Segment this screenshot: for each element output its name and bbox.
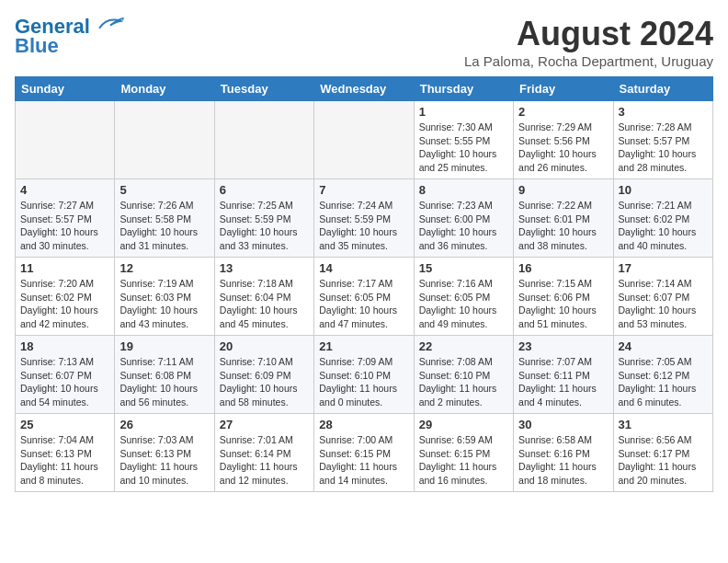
day-info: Sunrise: 7:10 AMSunset: 6:09 PMDaylight:… — [220, 355, 309, 409]
day-info: Sunrise: 7:04 AMSunset: 6:13 PMDaylight:… — [20, 433, 109, 488]
day-number: 13 — [220, 261, 309, 275]
day-number: 29 — [419, 418, 508, 431]
header: General Blue August 2024 La Paloma, Roch… — [15, 15, 713, 69]
calendar-table: SundayMondayTuesdayWednesdayThursdayFrid… — [15, 76, 713, 492]
day-number: 11 — [20, 261, 109, 275]
day-header-sunday: Sunday — [16, 77, 115, 101]
day-info: Sunrise: 7:20 AMSunset: 6:02 PMDaylight:… — [20, 277, 109, 331]
calendar-cell: 11Sunrise: 7:20 AMSunset: 6:02 PMDayligh… — [16, 258, 115, 336]
day-header-tuesday: Tuesday — [214, 77, 313, 101]
day-header-wednesday: Wednesday — [314, 77, 414, 101]
calendar-cell: 28Sunrise: 7:00 AMSunset: 6:15 PMDayligh… — [314, 414, 414, 492]
day-info: Sunrise: 7:27 AMSunset: 5:57 PMDaylight:… — [20, 199, 109, 253]
day-number: 1 — [419, 105, 508, 119]
calendar-cell: 5Sunrise: 7:26 AMSunset: 5:58 PMDaylight… — [115, 179, 214, 258]
calendar-week-row: 4Sunrise: 7:27 AMSunset: 5:57 PMDaylight… — [16, 179, 713, 258]
calendar-cell: 25Sunrise: 7:04 AMSunset: 6:13 PMDayligh… — [16, 414, 115, 492]
day-info: Sunrise: 6:59 AMSunset: 6:15 PMDaylight:… — [419, 433, 508, 488]
day-info: Sunrise: 7:24 AMSunset: 5:59 PMDaylight:… — [319, 199, 408, 253]
day-info: Sunrise: 7:22 AMSunset: 6:01 PMDaylight:… — [518, 199, 608, 253]
calendar-cell: 3Sunrise: 7:28 AMSunset: 5:57 PMDaylight… — [613, 101, 712, 179]
calendar-week-row: 1Sunrise: 7:30 AMSunset: 5:55 PMDaylight… — [16, 101, 713, 179]
day-number: 25 — [20, 418, 109, 431]
calendar-cell: 30Sunrise: 6:58 AMSunset: 6:16 PMDayligh… — [514, 414, 613, 492]
day-number: 21 — [319, 339, 408, 353]
day-number: 15 — [419, 261, 508, 275]
calendar-cell: 29Sunrise: 6:59 AMSunset: 6:15 PMDayligh… — [414, 414, 513, 492]
day-header-saturday: Saturday — [613, 77, 712, 101]
calendar-cell: 8Sunrise: 7:23 AMSunset: 6:00 PMDaylight… — [414, 179, 513, 258]
day-number: 30 — [518, 418, 608, 431]
day-number: 17 — [619, 261, 708, 275]
day-header-friday: Friday — [514, 77, 613, 101]
calendar-cell: 26Sunrise: 7:03 AMSunset: 6:13 PMDayligh… — [115, 414, 214, 492]
title-area: August 2024 La Paloma, Rocha Department,… — [464, 15, 713, 69]
calendar-week-row: 11Sunrise: 7:20 AMSunset: 6:02 PMDayligh… — [16, 258, 713, 336]
day-number: 31 — [619, 418, 708, 431]
day-info: Sunrise: 7:09 AMSunset: 6:10 PMDaylight:… — [319, 355, 408, 409]
calendar-cell: 21Sunrise: 7:09 AMSunset: 6:10 PMDayligh… — [314, 336, 414, 414]
day-info: Sunrise: 7:03 AMSunset: 6:13 PMDaylight:… — [119, 433, 209, 488]
day-info: Sunrise: 7:19 AMSunset: 6:03 PMDaylight:… — [119, 277, 209, 331]
day-header-monday: Monday — [115, 77, 214, 101]
calendar-cell: 23Sunrise: 7:07 AMSunset: 6:11 PMDayligh… — [514, 336, 613, 414]
calendar-cell: 7Sunrise: 7:24 AMSunset: 5:59 PMDaylight… — [314, 179, 414, 258]
calendar-week-row: 18Sunrise: 7:13 AMSunset: 6:07 PMDayligh… — [16, 336, 713, 414]
day-number: 3 — [619, 105, 708, 119]
logo: General Blue — [15, 15, 125, 58]
day-info: Sunrise: 7:21 AMSunset: 6:02 PMDaylight:… — [619, 199, 708, 253]
calendar-cell: 14Sunrise: 7:17 AMSunset: 6:05 PMDayligh… — [314, 258, 414, 336]
day-info: Sunrise: 7:28 AMSunset: 5:57 PMDaylight:… — [619, 121, 708, 175]
day-number: 23 — [518, 339, 608, 353]
day-number: 18 — [20, 339, 109, 353]
calendar-cell — [115, 101, 214, 179]
calendar-cell: 2Sunrise: 7:29 AMSunset: 5:56 PMDaylight… — [514, 101, 613, 179]
day-header-thursday: Thursday — [414, 77, 513, 101]
logo-bird-icon — [96, 15, 125, 33]
calendar-cell: 12Sunrise: 7:19 AMSunset: 6:03 PMDayligh… — [115, 258, 214, 336]
calendar-cell: 18Sunrise: 7:13 AMSunset: 6:07 PMDayligh… — [16, 336, 115, 414]
location: La Paloma, Rocha Department, Uruguay — [464, 53, 713, 69]
day-info: Sunrise: 7:05 AMSunset: 6:12 PMDaylight:… — [619, 355, 708, 409]
day-number: 4 — [20, 183, 109, 197]
day-number: 27 — [220, 418, 309, 431]
calendar-cell: 27Sunrise: 7:01 AMSunset: 6:14 PMDayligh… — [214, 414, 313, 492]
day-info: Sunrise: 7:17 AMSunset: 6:05 PMDaylight:… — [319, 277, 408, 331]
calendar-header-row: SundayMondayTuesdayWednesdayThursdayFrid… — [16, 77, 713, 101]
calendar-cell: 20Sunrise: 7:10 AMSunset: 6:09 PMDayligh… — [214, 336, 313, 414]
day-number: 28 — [319, 418, 408, 431]
calendar-cell: 19Sunrise: 7:11 AMSunset: 6:08 PMDayligh… — [115, 336, 214, 414]
day-number: 16 — [518, 261, 608, 275]
day-number: 12 — [119, 261, 209, 275]
calendar-cell — [16, 101, 115, 179]
day-number: 5 — [119, 183, 209, 197]
calendar-cell: 4Sunrise: 7:27 AMSunset: 5:57 PMDaylight… — [16, 179, 115, 258]
day-number: 22 — [419, 339, 508, 353]
calendar-week-row: 25Sunrise: 7:04 AMSunset: 6:13 PMDayligh… — [16, 414, 713, 492]
calendar-cell: 13Sunrise: 7:18 AMSunset: 6:04 PMDayligh… — [214, 258, 313, 336]
day-info: Sunrise: 7:01 AMSunset: 6:14 PMDaylight:… — [220, 433, 309, 488]
calendar-cell — [214, 101, 313, 179]
calendar-cell: 1Sunrise: 7:30 AMSunset: 5:55 PMDaylight… — [414, 101, 513, 179]
calendar-cell: 24Sunrise: 7:05 AMSunset: 6:12 PMDayligh… — [613, 336, 712, 414]
day-info: Sunrise: 7:30 AMSunset: 5:55 PMDaylight:… — [419, 121, 508, 175]
day-number: 20 — [220, 339, 309, 353]
day-number: 24 — [619, 339, 708, 353]
day-number: 9 — [518, 183, 608, 197]
day-info: Sunrise: 7:14 AMSunset: 6:07 PMDaylight:… — [619, 277, 708, 331]
day-info: Sunrise: 7:08 AMSunset: 6:10 PMDaylight:… — [419, 355, 508, 409]
day-info: Sunrise: 7:25 AMSunset: 5:59 PMDaylight:… — [220, 199, 309, 253]
day-info: Sunrise: 7:29 AMSunset: 5:56 PMDaylight:… — [518, 121, 608, 175]
calendar-cell: 16Sunrise: 7:15 AMSunset: 6:06 PMDayligh… — [514, 258, 613, 336]
day-info: Sunrise: 7:26 AMSunset: 5:58 PMDaylight:… — [119, 199, 209, 253]
calendar-cell — [314, 101, 414, 179]
day-number: 8 — [419, 183, 508, 197]
calendar-cell: 17Sunrise: 7:14 AMSunset: 6:07 PMDayligh… — [613, 258, 712, 336]
logo-blue: Blue — [15, 34, 59, 58]
day-info: Sunrise: 7:18 AMSunset: 6:04 PMDaylight:… — [220, 277, 309, 331]
day-number: 19 — [119, 339, 209, 353]
calendar-body: 1Sunrise: 7:30 AMSunset: 5:55 PMDaylight… — [16, 101, 713, 492]
calendar-cell: 10Sunrise: 7:21 AMSunset: 6:02 PMDayligh… — [613, 179, 712, 258]
day-info: Sunrise: 7:07 AMSunset: 6:11 PMDaylight:… — [518, 355, 608, 409]
calendar-cell: 15Sunrise: 7:16 AMSunset: 6:05 PMDayligh… — [414, 258, 513, 336]
